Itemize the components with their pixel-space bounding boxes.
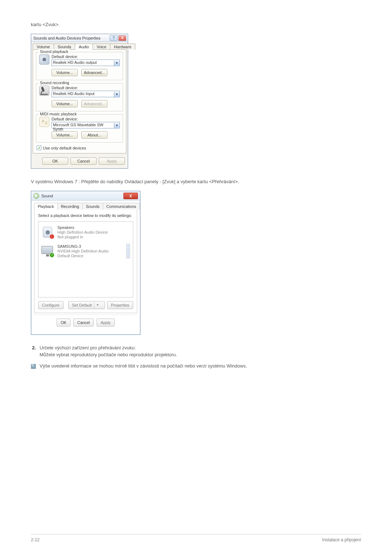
device-text: SAMSUNG-3 NVIDIA High Definition Audio D… — [57, 244, 123, 258]
select-playback-device[interactable]: Realtek HD Audio output — [52, 59, 120, 66]
apply-button: Apply — [99, 157, 125, 165]
win7-sound-dialog: Sound X Playback Recording Sounds Commun… — [31, 191, 140, 335]
help-icon[interactable]: ? — [110, 35, 118, 41]
close-icon[interactable]: X — [123, 193, 138, 199]
win7-instruction-text: V systému Windows 7 : Přejděte do nabídk… — [31, 179, 361, 184]
ok-button[interactable]: OK — [57, 319, 70, 327]
step-sub-text: Můžete vybrat reproduktory počítače nebo… — [40, 352, 361, 357]
section-title: Instalace a připojení — [322, 537, 361, 542]
step-2-row: 2. Určete výchozí zařízení pro přehráván… — [31, 345, 361, 350]
win7-panel-buttons: Configure Set Default ▼ Properties — [38, 301, 133, 309]
select-recording-device[interactable]: Realtek HD Audio Input — [52, 91, 120, 97]
apply-button: Apply — [97, 319, 115, 327]
intro-text: kartu <Zvuk>. — [31, 22, 361, 27]
note-row: Výše uvedené informace se mohou mírně li… — [31, 363, 361, 369]
playback-volume-button[interactable]: Volume... — [52, 69, 78, 76]
xp-sounds-dialog: Sounds and Audio Devices Properties ? X … — [31, 34, 128, 169]
page-number: 2-12 — [31, 537, 40, 542]
checkbox-icon[interactable]: ✓ — [37, 145, 41, 150]
select-midi-device[interactable]: Microsoft GS Wavetable SW Synth — [52, 122, 120, 128]
win7-titlebar: Sound X — [31, 191, 140, 201]
device-status: Default Device — [57, 254, 123, 258]
step-number: 2. — [31, 345, 36, 350]
properties-button[interactable]: Properties — [107, 301, 133, 309]
device-status: Not plugged in — [57, 235, 130, 239]
group-sound-playback: Sound playback Default device: Realtek H… — [36, 52, 123, 80]
tab-communications[interactable]: Communications — [103, 203, 140, 210]
win7-window-title: Sound — [41, 194, 121, 198]
speaker-device-icon — [41, 226, 54, 239]
tab-sounds[interactable]: Sounds — [54, 44, 75, 50]
configure-button[interactable]: Configure — [38, 301, 64, 309]
device-item-samsung[interactable]: SAMSUNG-3 NVIDIA High Definition Audio D… — [40, 242, 131, 260]
page-footer: 2-12 Instalace a připojení — [0, 534, 392, 542]
win7-tabs: Playback Recording Sounds Communications — [34, 203, 137, 210]
speaker-icon — [39, 54, 49, 65]
label-playback-default: Default device: — [52, 54, 120, 59]
device-name: SAMSUNG-3 — [57, 244, 123, 249]
use-only-default-row[interactable]: ✓ Use only default devices — [37, 145, 123, 150]
set-default-label: Set Default — [72, 301, 92, 309]
note-text: Výše uvedené informace se mohou mírně li… — [40, 363, 247, 369]
group-sound-recording: Sound recording Default device: Realtek … — [36, 83, 123, 111]
use-only-default-label: Use only default devices — [43, 146, 86, 150]
device-text: Speakers High Definition Audio Device No… — [57, 225, 130, 239]
cancel-button[interactable]: Cancel — [73, 319, 94, 327]
device-driver: NVIDIA High Definition Audio — [57, 249, 123, 254]
legend-midi-playback: MIDI music playback — [38, 112, 78, 116]
set-default-button[interactable]: Set Default ▼ — [68, 301, 105, 309]
win7-dialog-buttons: OK Cancel Apply — [34, 315, 137, 331]
xp-titlebar: Sounds and Audio Devices Properties ? X — [31, 34, 128, 42]
tab-sounds[interactable]: Sounds — [82, 203, 103, 210]
xp-tabs: Volume Sounds Audio Voice Hardware — [31, 42, 128, 50]
tab-hardware[interactable]: Hardware — [110, 44, 135, 50]
label-recording-default: Default device: — [52, 86, 120, 90]
win7-tab-panel: Select a playback device below to modify… — [34, 209, 137, 313]
tab-voice[interactable]: Voice — [93, 44, 110, 50]
tab-audio[interactable]: Audio — [75, 44, 93, 50]
playback-advanced-button[interactable]: Advanced... — [81, 69, 107, 76]
close-icon[interactable]: X — [118, 35, 126, 41]
chevron-down-icon[interactable]: ▼ — [94, 301, 101, 309]
tab-playback[interactable]: Playback — [34, 203, 58, 210]
level-meter-icon — [126, 244, 130, 258]
win7-instruction: Select a playback device below to modify… — [38, 213, 133, 218]
cancel-button[interactable]: Cancel — [70, 157, 97, 165]
device-list: Speakers High Definition Audio Device No… — [38, 221, 133, 297]
microphone-icon — [39, 86, 49, 96]
device-item-speakers[interactable]: Speakers High Definition Audio Device No… — [40, 223, 131, 242]
legend-sound-recording: Sound recording — [38, 81, 71, 85]
tab-recording[interactable]: Recording — [57, 203, 83, 210]
device-driver: High Definition Audio Device — [57, 230, 130, 235]
tab-volume[interactable]: Volume — [33, 44, 54, 50]
label-midi-default: Default device: — [52, 117, 120, 121]
midi-volume-button[interactable]: Volume... — [52, 131, 78, 139]
monitor-device-icon — [41, 245, 54, 258]
recording-volume-button[interactable]: Volume... — [52, 100, 78, 107]
step-text: Určete výchozí zařízení pro přehrávání z… — [40, 345, 136, 350]
sound-icon — [33, 193, 39, 199]
xp-dialog-buttons: OK Cancel Apply — [31, 154, 128, 168]
recording-advanced-button: Advanced... — [81, 100, 107, 107]
ok-button[interactable]: OK — [42, 157, 68, 165]
group-midi-playback: MIDI music playback Default device: Micr… — [36, 114, 123, 143]
legend-sound-playback: Sound playback — [38, 49, 70, 54]
device-name: Speakers — [57, 225, 130, 230]
xp-window-title: Sounds and Audio Devices Properties — [33, 36, 109, 40]
midi-about-button[interactable]: About... — [81, 131, 107, 139]
midi-icon — [39, 117, 49, 127]
xp-tab-panel: Sound playback Default device: Realtek H… — [33, 49, 126, 153]
note-icon — [31, 364, 36, 369]
